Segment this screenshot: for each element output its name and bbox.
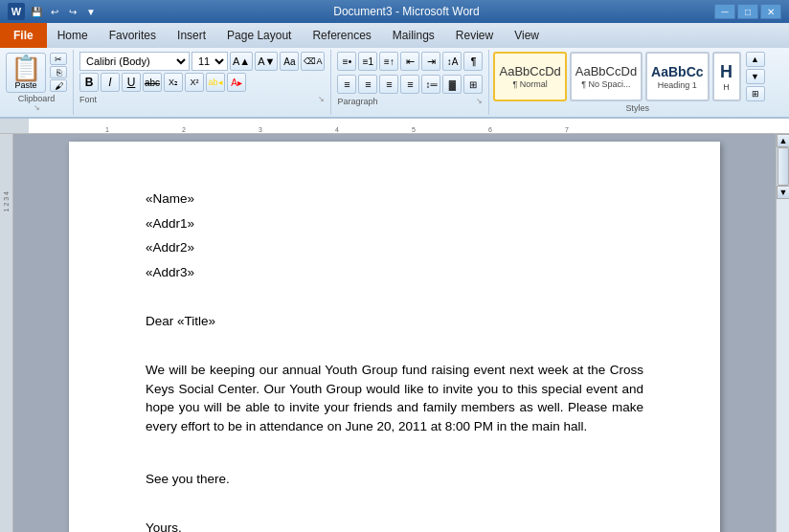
font-row1: Calibri (Body) 11 A▲ A▼ Aa ⌫A <box>79 52 325 71</box>
format-painter-button[interactable]: 🖌 <box>50 79 67 92</box>
styles-scroll-buttons: ▲ ▼ ⊞ <box>746 52 765 101</box>
borders-button[interactable]: ⊞ <box>463 75 483 94</box>
normal-preview: AaBbCcDd <box>499 64 560 78</box>
save-qa-button[interactable]: 💾 <box>29 4 44 19</box>
ruler-gray-left <box>0 119 29 133</box>
font-family-select[interactable]: Calibri (Body) <box>79 52 190 71</box>
text-highlight-button[interactable]: ab◂ <box>206 73 225 92</box>
increase-font-button[interactable]: A▲ <box>230 52 253 71</box>
normal-label: ¶ Normal <box>512 79 547 89</box>
styles-panel: AaBbCcDd ¶ Normal AaBbCcDd ¶ No Spaci...… <box>489 50 785 115</box>
font-section-label: Font ↘ <box>79 95 325 104</box>
heading1-label: Heading 1 <box>658 80 697 90</box>
close-button[interactable]: ✕ <box>760 4 781 19</box>
bullets-button[interactable]: ≡• <box>337 52 356 71</box>
clipboard-expand-icon[interactable]: ↘ <box>34 103 40 112</box>
yours-line: Yours, <box>146 519 643 532</box>
style-heading1-button[interactable]: AaBbCc Heading 1 <box>645 52 709 101</box>
left-ruler: 1 2 3 4 <box>0 134 13 532</box>
multilevel-list-button[interactable]: ≡↑ <box>379 52 398 71</box>
view-menu-item[interactable]: View <box>504 23 550 48</box>
numbering-button[interactable]: ≡1 <box>358 52 377 71</box>
minimize-button[interactable]: ─ <box>714 4 735 19</box>
restore-button[interactable]: □ <box>737 4 758 19</box>
styles-row: AaBbCcDd ¶ Normal AaBbCcDd ¶ No Spaci...… <box>493 52 781 101</box>
shading-button[interactable]: ▓ <box>442 75 462 94</box>
para-row1: ≡• ≡1 ≡↑ ⇤ ⇥ ↕A ¶ <box>337 52 483 71</box>
font-panel: Calibri (Body) 11 A▲ A▼ Aa ⌫A B I U abc … <box>74 50 331 115</box>
styles-more-button[interactable]: ⊞ <box>746 86 765 101</box>
nospacing-preview: AaBbCcDd <box>575 64 637 78</box>
clipboard-section-label: Clipboard <box>18 94 56 103</box>
home-menu-item[interactable]: Home <box>47 23 99 48</box>
italic-button[interactable]: I <box>101 73 120 92</box>
clear-format-button[interactable]: ⌫A <box>301 52 325 71</box>
ruler: 1 2 3 4 5 6 7 <box>0 119 789 134</box>
align-center-button[interactable]: ≡ <box>358 75 377 94</box>
redo-qa-button[interactable]: ↪ <box>65 4 80 19</box>
paste-icon: 📋 <box>11 55 41 80</box>
decrease-indent-button[interactable]: ⇤ <box>400 52 419 71</box>
file-menu-button[interactable]: File <box>0 23 47 48</box>
copy-button[interactable]: ⎘ <box>50 66 67 78</box>
bold-button[interactable]: B <box>79 73 99 92</box>
references-menu-item[interactable]: References <box>302 23 381 48</box>
page-area[interactable]: «Name» «Addr1» «Addr2» «Addr3» Dear «Tit… <box>13 134 776 532</box>
cut-button[interactable]: ✂ <box>50 53 67 65</box>
ruler-mark-1: 1 <box>105 126 109 133</box>
body-paragraph: We will be keeping our annual Youth Grou… <box>146 361 643 435</box>
sort-button[interactable]: ↕A <box>442 52 462 71</box>
font-color-button[interactable]: A▸ <box>227 73 246 92</box>
change-case-button[interactable]: Aa <box>280 52 299 71</box>
nospacing-label: ¶ No Spaci... <box>581 79 630 89</box>
favorites-menu-item[interactable]: Favorites <box>99 23 167 48</box>
addr1-field: «Addr1» <box>146 214 643 233</box>
font-size-select[interactable]: 11 <box>192 52 228 71</box>
title-bar-title: Document3 - Microsoft Word <box>99 5 714 18</box>
align-left-button[interactable]: ≡ <box>337 75 356 94</box>
scrollbar-down-button[interactable]: ▼ <box>777 186 789 199</box>
quick-access-toolbar: 💾 ↩ ↪ ▼ <box>29 4 99 19</box>
mailings-menu-item[interactable]: Mailings <box>382 23 445 48</box>
paragraph-expand-icon[interactable]: ↘ <box>476 97 483 106</box>
style-heading2-button[interactable]: H H <box>712 52 741 101</box>
page-layout-menu-item[interactable]: Page Layout <box>216 23 302 48</box>
ruler-mark-6: 6 <box>488 126 492 133</box>
heading2-label: H <box>723 82 730 92</box>
styles-scroll-down-button[interactable]: ▼ <box>746 69 765 84</box>
insert-menu-item[interactable]: Insert <box>167 23 216 48</box>
styles-scroll-up-button[interactable]: ▲ <box>746 52 765 67</box>
style-normal-button[interactable]: AaBbCcDd ¶ Normal <box>493 52 566 101</box>
font-expand-icon[interactable]: ↘ <box>318 95 325 104</box>
show-hide-button[interactable]: ¶ <box>463 52 483 71</box>
blank-line-3 <box>146 445 643 464</box>
decrease-font-button[interactable]: A▼ <box>255 52 278 71</box>
right-scrollbar[interactable]: ▲ ▼ <box>776 134 789 532</box>
customize-qa-button[interactable]: ▼ <box>83 4 99 19</box>
para-row2: ≡ ≡ ≡ ≡ ↕═ ▓ ⊞ <box>337 75 483 94</box>
align-right-button[interactable]: ≡ <box>379 75 398 94</box>
heading2-preview: H <box>720 62 733 82</box>
styles-section-label: Styles <box>493 103 781 113</box>
scrollbar-up-button[interactable]: ▲ <box>777 134 789 147</box>
underline-button[interactable]: U <box>122 73 141 92</box>
style-nospacing-button[interactable]: AaBbCcDd ¶ No Spaci... <box>570 52 642 101</box>
subscript-button[interactable]: X₂ <box>164 73 183 92</box>
name-field: «Name» <box>146 189 643 209</box>
superscript-button[interactable]: X² <box>185 73 204 92</box>
paragraph-section-label: Paragraph ↘ <box>337 97 483 106</box>
clipboard-small-buttons: ✂ ⎘ 🖌 <box>50 53 67 92</box>
title-bar: W 💾 ↩ ↪ ▼ Document3 - Microsoft Word ─ □… <box>0 0 789 23</box>
scrollbar-thumb[interactable] <box>778 147 789 186</box>
see-you-line: See you there. <box>146 470 643 489</box>
justify-button[interactable]: ≡ <box>400 75 419 94</box>
strikethrough-button[interactable]: abc <box>143 73 162 92</box>
paste-button[interactable]: 📋 Paste <box>6 53 46 93</box>
review-menu-item[interactable]: Review <box>445 23 504 48</box>
salutation-line: Dear «Title» <box>146 312 643 331</box>
ruler-mark-4: 4 <box>335 126 339 133</box>
line-spacing-button[interactable]: ↕═ <box>421 75 440 94</box>
document-page[interactable]: «Name» «Addr1» «Addr2» «Addr3» Dear «Tit… <box>69 142 720 532</box>
undo-qa-button[interactable]: ↩ <box>47 4 62 19</box>
increase-indent-button[interactable]: ⇥ <box>421 52 440 71</box>
